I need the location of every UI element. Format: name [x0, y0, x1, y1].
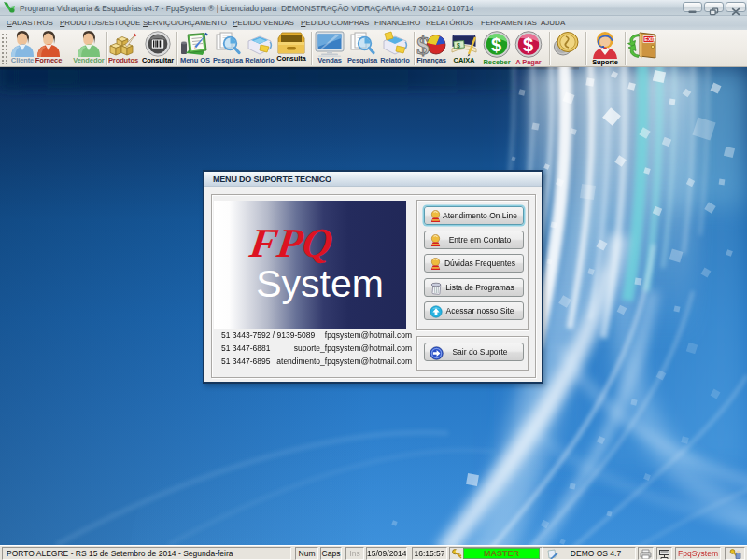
svg-text:EXIT: EXIT [644, 36, 656, 42]
svg-text:$: $ [523, 35, 533, 55]
svg-text:$: $ [491, 35, 501, 55]
svg-text:$: $ [416, 31, 430, 57]
svg-text:$: $ [457, 42, 460, 49]
